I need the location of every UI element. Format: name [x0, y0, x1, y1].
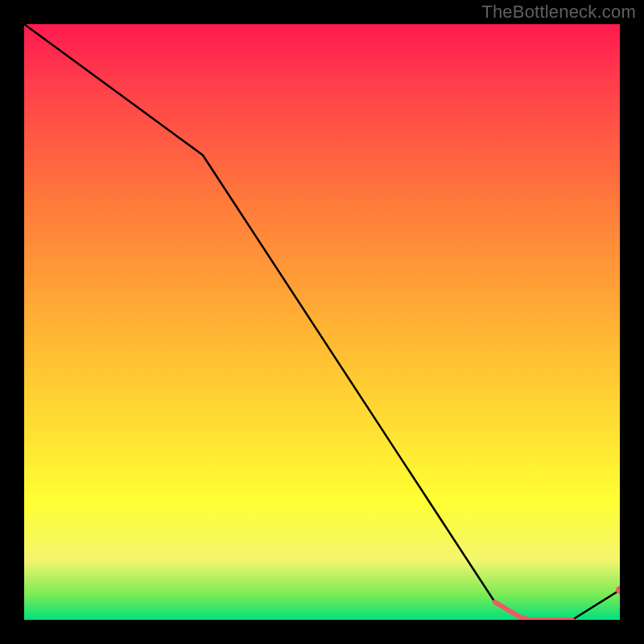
chart-svg	[24, 24, 620, 620]
watermark-text: TheBottleneck.com	[481, 2, 636, 23]
chart-frame: TheBottleneck.com	[0, 0, 644, 644]
chart-background	[24, 24, 620, 620]
plot-area	[24, 24, 620, 620]
